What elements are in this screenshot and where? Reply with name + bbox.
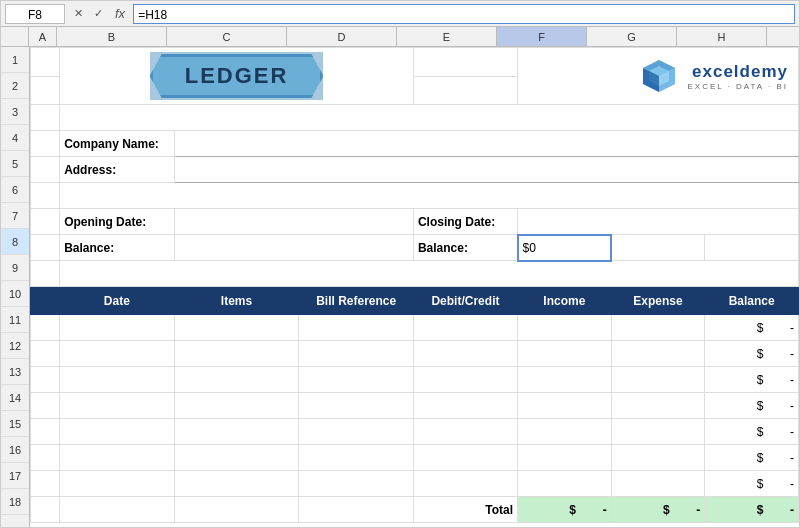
- cell-e11[interactable]: [413, 315, 517, 341]
- cell-f13[interactable]: [518, 367, 612, 393]
- cell-b14[interactable]: [60, 393, 174, 419]
- row-11[interactable]: 11: [1, 307, 29, 333]
- cell-a8: [31, 235, 60, 261]
- col-header-b[interactable]: B: [57, 27, 167, 46]
- cell-c17[interactable]: [174, 471, 299, 497]
- cell-d15[interactable]: [299, 419, 413, 445]
- cell-c14[interactable]: [174, 393, 299, 419]
- col-header-a[interactable]: A: [29, 27, 57, 46]
- cell-b12[interactable]: [60, 341, 174, 367]
- table-row: $ -: [31, 367, 799, 393]
- table-row: $ -: [31, 445, 799, 471]
- row-10[interactable]: 10: [1, 281, 29, 307]
- table-row: $ -: [31, 315, 799, 341]
- cell-b16[interactable]: [60, 445, 174, 471]
- row-2[interactable]: 2: [1, 73, 29, 99]
- row-5[interactable]: 5: [1, 151, 29, 177]
- cell-b13[interactable]: [60, 367, 174, 393]
- cell-b11[interactable]: [60, 315, 174, 341]
- formula-input[interactable]: =H18: [133, 4, 795, 24]
- cell-c13[interactable]: [174, 367, 299, 393]
- cell-f17[interactable]: [518, 471, 612, 497]
- row-3[interactable]: 3: [1, 99, 29, 125]
- cell-g16[interactable]: [611, 445, 705, 471]
- row-4[interactable]: 4: [1, 125, 29, 151]
- cell-g13[interactable]: [611, 367, 705, 393]
- cell-e13[interactable]: [413, 367, 517, 393]
- row-13[interactable]: 13: [1, 359, 29, 385]
- cell-g11[interactable]: [611, 315, 705, 341]
- row-1-tr: LEDGER: [31, 48, 799, 77]
- row-18[interactable]: 18: [1, 489, 29, 515]
- cell-g14[interactable]: [611, 393, 705, 419]
- cancel-icon[interactable]: ✕: [69, 7, 87, 20]
- cell-f15[interactable]: [518, 419, 612, 445]
- cell-d13[interactable]: [299, 367, 413, 393]
- cell-e14[interactable]: [413, 393, 517, 419]
- cell-h8: [705, 235, 799, 261]
- cell-d12[interactable]: [299, 341, 413, 367]
- row-7[interactable]: 7: [1, 203, 29, 229]
- cell-e16[interactable]: [413, 445, 517, 471]
- cell-c4-company-value[interactable]: [174, 131, 798, 157]
- cell-d16[interactable]: [299, 445, 413, 471]
- row-17[interactable]: 17: [1, 463, 29, 489]
- cell-e2: [413, 76, 517, 105]
- cell-d17[interactable]: [299, 471, 413, 497]
- th-date: Date: [60, 287, 174, 315]
- row-numbers: 1 2 3 4 5 6 7 8 9 10 11 12 13 14 15 16 1…: [1, 47, 30, 527]
- row-14[interactable]: 14: [1, 385, 29, 411]
- cell-b15[interactable]: [60, 419, 174, 445]
- col-header-h[interactable]: H: [677, 27, 767, 46]
- cell-e15[interactable]: [413, 419, 517, 445]
- row-9[interactable]: 9: [1, 255, 29, 281]
- cell-a11: [31, 315, 60, 341]
- col-header-c[interactable]: C: [167, 27, 287, 46]
- col-header-g[interactable]: G: [587, 27, 677, 46]
- cell-d14[interactable]: [299, 393, 413, 419]
- th-income: Income: [518, 287, 612, 315]
- cell-c16[interactable]: [174, 445, 299, 471]
- cell-a3: [31, 105, 60, 131]
- cell-c15[interactable]: [174, 419, 299, 445]
- cell-f14[interactable]: [518, 393, 612, 419]
- row-6[interactable]: 6: [1, 177, 29, 203]
- row-15[interactable]: 15: [1, 411, 29, 437]
- cell-g15[interactable]: [611, 419, 705, 445]
- cell-e17[interactable]: [413, 471, 517, 497]
- cell-g12[interactable]: [611, 341, 705, 367]
- cell-c8-balance-value[interactable]: [174, 235, 413, 261]
- col-header-f[interactable]: F: [497, 27, 587, 46]
- cell-a18: [31, 497, 60, 523]
- row-1[interactable]: 1: [1, 47, 29, 73]
- cell-f8-balance-input[interactable]: $0: [518, 235, 612, 261]
- cell-b18: [60, 497, 174, 523]
- row-12[interactable]: 12: [1, 333, 29, 359]
- cell-b17[interactable]: [60, 471, 174, 497]
- ledger-table: LEDGER: [30, 47, 799, 523]
- cell-g17[interactable]: [611, 471, 705, 497]
- table-row: $ -: [31, 471, 799, 497]
- cell-h15: $ -: [705, 419, 799, 445]
- cell-f16[interactable]: [518, 445, 612, 471]
- row-8[interactable]: 8: [1, 229, 29, 255]
- cell-c11[interactable]: [174, 315, 299, 341]
- cell-f7-closing-value[interactable]: [518, 209, 799, 235]
- cell-h17: $ -: [705, 471, 799, 497]
- table-row: $ -: [31, 419, 799, 445]
- cell-f12[interactable]: [518, 341, 612, 367]
- col-header-e[interactable]: E: [397, 27, 497, 46]
- confirm-icon[interactable]: ✓: [89, 7, 107, 20]
- col-header-d[interactable]: D: [287, 27, 397, 46]
- cell-c12[interactable]: [174, 341, 299, 367]
- cell-a17: [31, 471, 60, 497]
- table-row: $ -: [31, 341, 799, 367]
- cell-b5-address-label: Address:: [60, 157, 174, 183]
- cell-reference[interactable]: F8: [5, 4, 65, 24]
- cell-e12[interactable]: [413, 341, 517, 367]
- row-16[interactable]: 16: [1, 437, 29, 463]
- cell-c5-address-value[interactable]: [174, 157, 798, 183]
- cell-c7-opening-value[interactable]: [174, 209, 413, 235]
- cell-d11[interactable]: [299, 315, 413, 341]
- cell-f11[interactable]: [518, 315, 612, 341]
